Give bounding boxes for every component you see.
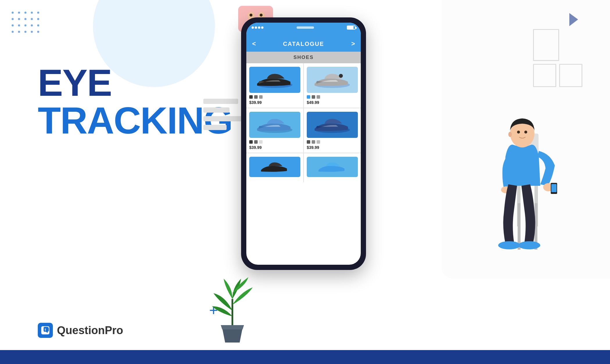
logo-text: QuestionPro <box>57 324 123 337</box>
phone-mockup: < CATALOGUE > SHOES <box>241 17 366 270</box>
phone-status-bar <box>246 23 361 31</box>
shoes-subheader: SHOES <box>246 52 361 63</box>
dots-decoration <box>12 12 41 35</box>
product-card-2[interactable]: $49.99 <box>304 63 361 108</box>
bottom-bar <box>0 350 610 364</box>
product-card-6[interactable] <box>304 153 361 182</box>
product-image-5 <box>249 157 300 177</box>
app-header: < CATALOGUE > <box>246 31 361 52</box>
product-image-4 <box>307 112 358 138</box>
product-price-3: $39.99 <box>249 145 300 150</box>
svg-point-22 <box>517 131 520 134</box>
catalogue-title: CATALOGUE <box>283 41 324 47</box>
product-card-3[interactable]: $39.99 <box>246 108 303 153</box>
product-grid: $39.99 <box>246 63 361 182</box>
logo-icon <box>38 323 53 338</box>
svg-point-23 <box>524 131 527 134</box>
product-image-6 <box>307 157 358 177</box>
svg-point-7 <box>260 14 263 17</box>
svg-rect-27 <box>551 184 557 192</box>
svg-point-24 <box>508 132 512 137</box>
svg-rect-20 <box>518 203 521 250</box>
nav-next-icon[interactable]: > <box>351 40 355 48</box>
deco-bar-3 <box>203 116 244 121</box>
product-card-4[interactable]: $39.99 <box>304 108 361 153</box>
plant-decoration <box>202 258 260 347</box>
svg-rect-32 <box>520 242 538 248</box>
product-card-5[interactable] <box>246 153 303 182</box>
svg-point-6 <box>250 14 252 17</box>
deco-bar-4 <box>203 125 227 130</box>
product-price-2: $49.99 <box>307 100 358 105</box>
product-image-3 <box>249 112 300 138</box>
product-image-2 <box>307 67 358 93</box>
product-image-1 <box>249 67 300 93</box>
heading-line1: EYE <box>38 64 232 102</box>
phone-outer: < CATALOGUE > SHOES <box>241 17 366 270</box>
svg-rect-31 <box>500 242 518 248</box>
product-price-1: $39.99 <box>249 100 300 105</box>
deco-bar-2 <box>203 107 229 113</box>
phone-screen: < CATALOGUE > SHOES <box>246 23 361 265</box>
product-price-4: $39.99 <box>307 145 358 150</box>
svg-point-1 <box>45 329 46 330</box>
deco-bar-1 <box>203 99 238 104</box>
product-card-1[interactable]: $39.99 <box>246 63 303 108</box>
person-illustration <box>476 52 587 262</box>
svg-point-12 <box>339 74 343 78</box>
logo-container: QuestionPro <box>38 323 123 338</box>
svg-rect-2 <box>45 330 46 331</box>
nav-prev-icon[interactable]: < <box>252 40 256 48</box>
